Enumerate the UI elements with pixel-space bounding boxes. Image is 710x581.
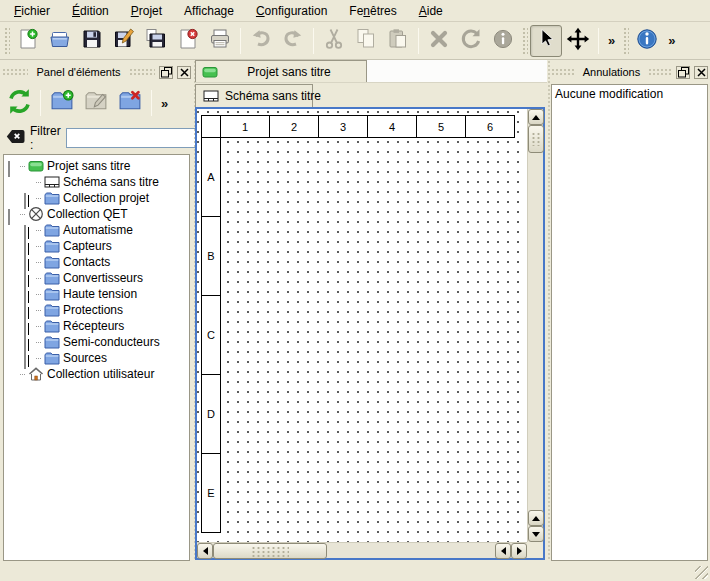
expand-icon[interactable] [24, 353, 26, 369]
close-file-button[interactable] [172, 25, 204, 57]
tree-expander-slot [24, 338, 33, 347]
delete-button[interactable] [423, 25, 455, 57]
scroll-up-button[interactable] [528, 109, 544, 125]
expand-icon[interactable] [24, 241, 26, 257]
redo-button[interactable] [277, 25, 309, 57]
close-panel-button[interactable] [177, 66, 191, 79]
tree-item-projet-sans-titre[interactable]: Projet sans titre [4, 158, 189, 174]
scroll-left-button-2[interactable] [495, 543, 511, 559]
expand-icon[interactable] [24, 337, 26, 353]
new-category-button[interactable] [45, 86, 79, 120]
tree-expander-slot [24, 178, 33, 187]
tree-item-protections[interactable]: Protections [4, 302, 189, 318]
tree-item-schema-sans-titre[interactable]: Schéma sans titre [4, 174, 189, 190]
horizontal-scroll-thumb[interactable] [213, 543, 327, 559]
scroll-right-button[interactable] [511, 543, 527, 559]
tree-item-semi-conducteurs[interactable]: Semi-conducteurs [4, 334, 189, 350]
collapse-icon[interactable] [8, 161, 10, 177]
menu-item-fenetres[interactable]: Fenêtres [339, 1, 406, 21]
expand-icon[interactable] [24, 305, 26, 321]
paste-button[interactable] [382, 25, 414, 57]
tree-item-contacts[interactable]: Contacts [4, 254, 189, 270]
visualisation-mode-button[interactable] [562, 25, 594, 57]
tree-item-label: Semi-conducteurs [63, 335, 160, 349]
close-panel-button[interactable] [694, 66, 708, 79]
vertical-scroll-thumb[interactable] [528, 125, 544, 153]
undo-button[interactable] [245, 25, 277, 57]
delete-category-button[interactable] [113, 86, 147, 120]
tree-item-collection-projet[interactable]: Collection projet [4, 190, 189, 206]
menu-item-projet[interactable]: Projet [121, 1, 172, 21]
scroll-down-button[interactable] [528, 526, 544, 542]
print-button[interactable] [204, 25, 236, 57]
menu-item-fichier[interactable]: Fichier [4, 1, 60, 21]
menu-item-affichage[interactable]: Affichage [174, 1, 244, 21]
tree-item-recepteurs[interactable]: Récepteurs [4, 318, 189, 334]
horizontal-scrollbar[interactable] [197, 542, 527, 558]
menu-item-edition[interactable]: Édition [62, 1, 119, 21]
menu-item-aide[interactable]: Aide [409, 1, 453, 21]
elements-panel-titlebar[interactable]: Panel d'éléments [2, 62, 191, 82]
toolbar-separator [418, 28, 419, 54]
horizontal-scroll-track[interactable] [327, 543, 495, 558]
panel-toolbar-overflow-button[interactable]: » [156, 96, 173, 111]
folder-icon [44, 254, 60, 270]
toolbar-overflow-button[interactable]: » [603, 33, 620, 48]
menu-bar: FichierÉditionProjetAffichageConfigurati… [0, 0, 710, 22]
toolbar-separator [40, 90, 41, 116]
tab-schema[interactable]: Schéma sans titre [195, 84, 313, 107]
scroll-up-button-2[interactable] [528, 510, 544, 526]
grid-column-header: 6 [465, 115, 515, 138]
resize-grip-icon[interactable] [695, 566, 708, 579]
expand-icon[interactable] [24, 193, 26, 209]
tree-item-collection-qet[interactable]: Collection QET [4, 206, 189, 222]
toolbar-drag-handle[interactable] [3, 26, 10, 56]
diagram-canvas[interactable]: 123456 ABCDE [197, 109, 527, 542]
tree-item-label: Schéma sans titre [63, 175, 159, 189]
float-panel-button[interactable] [676, 66, 690, 79]
toolbar-overflow-button-2[interactable]: » [663, 33, 680, 48]
expand-icon[interactable] [24, 289, 26, 305]
float-panel-button[interactable] [159, 66, 173, 79]
new-project-button[interactable] [12, 25, 44, 57]
open-button[interactable] [44, 25, 76, 57]
tree-item-label: Capteurs [63, 239, 112, 253]
tree-item-collection-utilisateur[interactable]: Collection utilisateur [4, 366, 189, 382]
properties-button[interactable] [487, 25, 519, 57]
expand-icon[interactable] [24, 321, 26, 337]
about-button[interactable] [631, 25, 663, 57]
clear-filter-icon[interactable] [6, 129, 25, 147]
tree-expander-slot [24, 290, 33, 299]
vertical-scroll-track[interactable] [528, 153, 543, 510]
tab-project[interactable]: Projet sans titre [195, 60, 367, 82]
tree-item-capteurs[interactable]: Capteurs [4, 238, 189, 254]
tree-expander-slot [24, 258, 33, 267]
menu-item-configuration[interactable]: Configuration [246, 1, 337, 21]
save-as-button[interactable] [108, 25, 140, 57]
cut-button[interactable] [318, 25, 350, 57]
copy-button[interactable] [350, 25, 382, 57]
tree-item-sources[interactable]: Sources [4, 350, 189, 366]
rotate-button[interactable] [455, 25, 487, 57]
tree-item-convertisseurs[interactable]: Convertisseurs [4, 270, 189, 286]
scroll-left-button[interactable] [197, 543, 213, 559]
undo-list-item[interactable]: Aucune modification [555, 87, 704, 104]
tree-item-haute-tension[interactable]: Haute tension [4, 286, 189, 302]
expand-icon[interactable] [24, 257, 26, 273]
save-button[interactable] [76, 25, 108, 57]
print-icon [208, 27, 232, 54]
selection-mode-button[interactable] [530, 25, 562, 57]
undo-panel-titlebar[interactable]: Annulations [551, 62, 708, 82]
toolbar-drag-handle[interactable] [622, 26, 629, 56]
toolbar-drag-handle[interactable] [521, 26, 528, 56]
expand-icon[interactable] [24, 225, 26, 241]
reload-collections-button[interactable] [2, 86, 36, 120]
tree-item-automatisme[interactable]: Automatisme [4, 222, 189, 238]
edit-category-button[interactable] [79, 86, 113, 120]
collapse-icon[interactable] [8, 209, 10, 225]
vertical-scrollbar[interactable] [527, 109, 543, 542]
expand-icon[interactable] [24, 273, 26, 289]
save-all-button[interactable] [140, 25, 172, 57]
project-icon [202, 64, 218, 80]
qelectrotech-window: { "chevron_label": "\u00bb", "menu": { "… [0, 0, 710, 581]
